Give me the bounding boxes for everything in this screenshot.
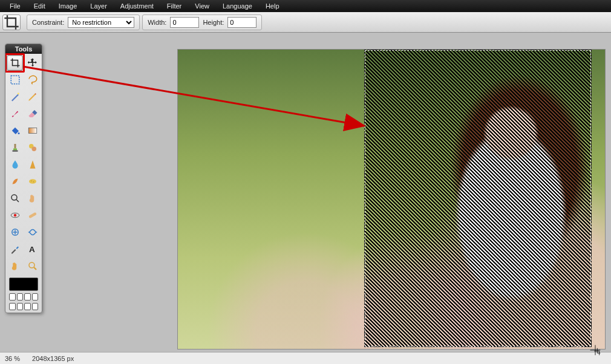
type-tool[interactable]: A (24, 241, 41, 257)
sponge-tool[interactable] (24, 174, 41, 189)
pencil-tool[interactable] (24, 89, 41, 105)
status-bar: 36 % 2048x1365 px (0, 352, 611, 364)
pencil-icon (27, 91, 38, 102)
zoom-tool[interactable] (24, 258, 41, 274)
eraser-tool[interactable] (24, 106, 41, 122)
smudge-icon (10, 176, 21, 187)
wand-tool[interactable] (7, 89, 23, 105)
eyedropper-icon (10, 244, 21, 255)
crop-selection[interactable] (364, 50, 592, 347)
height-label: Height: (203, 19, 224, 26)
bandaid-icon (27, 210, 38, 221)
gradient-tool[interactable] (24, 123, 41, 138)
width-label: Width: (148, 19, 166, 26)
menu-bar: File Edit Image Layer Adjustment Filter … (0, 0, 611, 12)
svg-point-10 (11, 195, 17, 200)
svg-text:A: A (29, 245, 35, 254)
swatch-1[interactable] (9, 293, 16, 301)
menu-language[interactable]: Language (217, 1, 258, 11)
menu-file[interactable]: File (4, 1, 27, 11)
brush-icon (10, 108, 21, 119)
tools-panel: Tools (5, 44, 42, 313)
height-input[interactable] (227, 17, 256, 28)
svg-point-1 (17, 93, 19, 94)
bloat-tool[interactable] (7, 224, 23, 240)
status-dimensions: 2048x1365 px (32, 355, 74, 362)
redeye-tool[interactable] (7, 207, 23, 223)
swatch-7[interactable] (24, 303, 31, 310)
status-zoom: 36 % (5, 355, 20, 362)
smudge-tool[interactable] (7, 174, 23, 189)
paintbucket-tool[interactable] (7, 123, 23, 138)
bloat-icon (10, 227, 21, 238)
brush-tool[interactable] (7, 106, 23, 122)
swatch-3[interactable] (24, 293, 31, 301)
menu-filter[interactable]: Filter (161, 1, 188, 11)
menu-image[interactable]: Image (53, 1, 83, 11)
canvas[interactable] (178, 50, 605, 349)
lasso-icon (27, 74, 38, 85)
swatch-6[interactable] (17, 303, 24, 310)
pinch-tool[interactable] (24, 224, 41, 240)
foreground-swatch[interactable] (9, 278, 38, 291)
wand-icon (10, 91, 21, 102)
width-input[interactable] (170, 17, 199, 28)
blur-tool[interactable] (7, 157, 23, 172)
zoom-icon (27, 261, 38, 271)
stamp-icon (10, 142, 21, 153)
svg-rect-3 (28, 128, 37, 134)
color-swatches (5, 275, 42, 313)
menu-adjustment[interactable]: Adjustment (114, 1, 160, 11)
hand-icon (10, 261, 21, 271)
redeye-icon (10, 210, 21, 221)
menu-help[interactable]: Help (260, 1, 286, 11)
tool-grid: A (5, 54, 42, 275)
hand-tool[interactable] (7, 258, 23, 274)
svg-rect-13 (28, 212, 37, 219)
tools-panel-title: Tools (5, 44, 42, 54)
lasso-tool[interactable] (24, 72, 41, 88)
menu-view[interactable]: View (189, 1, 215, 11)
bucket-icon (10, 125, 21, 136)
svg-point-16 (29, 262, 34, 268)
swatch-8[interactable] (32, 303, 39, 310)
move-tool[interactable] (24, 55, 41, 71)
sponge-icon (27, 176, 38, 187)
menu-edit[interactable]: Edit (28, 1, 51, 11)
constraint-select[interactable]: No restriction (68, 17, 134, 28)
swatch-5[interactable] (9, 303, 16, 310)
swatch-2[interactable] (17, 293, 24, 301)
swatch-4[interactable] (32, 293, 39, 301)
workspace: Tools (0, 33, 611, 352)
pinch-icon (27, 227, 38, 238)
svg-point-12 (13, 214, 16, 217)
colorreplace-tool[interactable] (24, 140, 41, 155)
constraint-group: Constraint: No restriction (27, 15, 140, 30)
constraint-label: Constraint: (32, 19, 64, 26)
eraser-icon (27, 108, 38, 119)
svg-rect-0 (11, 76, 19, 84)
svg-point-9 (33, 181, 34, 183)
menu-layer[interactable]: Layer (84, 1, 113, 11)
spotheal-tool[interactable] (24, 207, 41, 223)
sharpen-icon (27, 159, 38, 170)
crop-tool[interactable] (7, 55, 23, 71)
type-icon: A (27, 244, 38, 255)
svg-point-6 (31, 147, 36, 152)
eyedropper-tool[interactable] (7, 241, 23, 257)
dodge-tool[interactable] (7, 190, 23, 206)
svg-point-2 (18, 132, 19, 134)
sharpen-tool[interactable] (24, 157, 41, 172)
burn-tool[interactable] (24, 190, 41, 206)
hand-icon (27, 193, 38, 204)
clone-tool[interactable] (7, 140, 23, 155)
colorreplace-icon (27, 142, 38, 153)
dodge-icon (10, 193, 21, 204)
dimension-group: Width: Height: (142, 15, 262, 30)
svg-point-8 (31, 181, 32, 182)
active-tool-indicator (2, 15, 21, 30)
option-bar: Constraint: No restriction Width: Height… (0, 12, 611, 33)
drop-icon (10, 159, 21, 170)
crop-icon (10, 57, 21, 68)
marquee-tool[interactable] (7, 72, 23, 88)
